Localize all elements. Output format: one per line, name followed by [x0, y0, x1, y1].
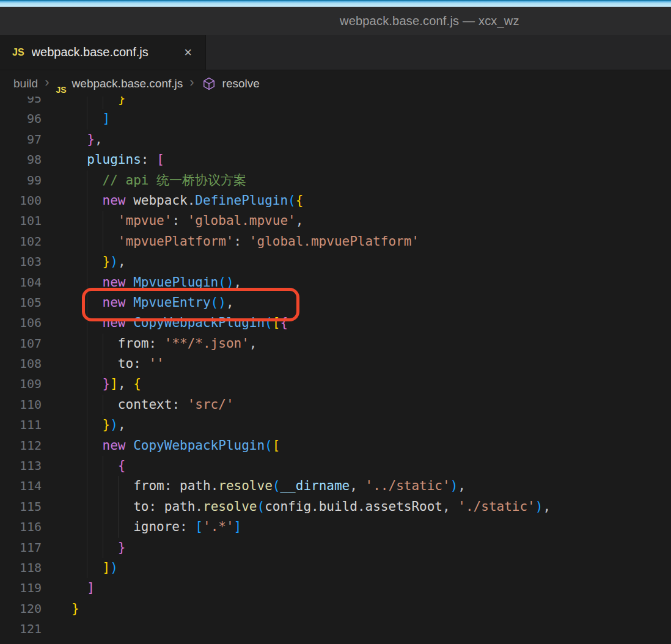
code-line[interactable]: 102 'mpvuePlatform': 'global.mpvuePlatfo…: [0, 232, 671, 252]
code-text[interactable]: to: '': [72, 354, 164, 374]
code-text[interactable]: context: 'src/': [72, 395, 234, 415]
code-text[interactable]: from: '**/*.json',: [72, 334, 257, 354]
code-line[interactable]: 108 to: '': [0, 354, 671, 374]
code-text[interactable]: ignore: ['.*']: [72, 517, 241, 537]
line-number[interactable]: 113: [0, 456, 42, 476]
line-number[interactable]: 118: [0, 558, 42, 578]
code-line[interactable]: 110 context: 'src/': [0, 395, 671, 415]
code-line[interactable]: 111 }),: [0, 415, 671, 435]
code-text[interactable]: new CopyWebpackPlugin([: [72, 436, 280, 456]
code-text[interactable]: }: [72, 599, 79, 619]
code-token: ,: [118, 376, 126, 391]
line-number[interactable]: 115: [0, 497, 42, 517]
code-line[interactable]: 115 to: path.resolve(config.build.assets…: [0, 497, 671, 517]
line-number[interactable]: 103: [0, 252, 42, 272]
line-number[interactable]: 108: [0, 354, 42, 374]
code-line[interactable]: 107 from: '**/*.json',: [0, 334, 671, 354]
code-text[interactable]: 'mpvuePlatform': 'global.mpvuePlatform': [72, 232, 419, 252]
code-line[interactable]: 96 ]: [0, 109, 671, 129]
code-text[interactable]: // api 统一桥协议方案: [72, 170, 246, 191]
code-token: (: [211, 295, 219, 310]
line-number[interactable]: 120: [0, 599, 42, 619]
line-number[interactable]: 114: [0, 476, 42, 496]
line-number[interactable]: 110: [0, 395, 42, 415]
code-line[interactable]: 121: [0, 619, 671, 639]
code-line[interactable]: 113 {: [0, 456, 671, 476]
indent-guide: [87, 191, 87, 211]
code-text[interactable]: new MpvueEntry(),: [72, 293, 234, 313]
line-number[interactable]: 102: [0, 232, 42, 252]
line-number[interactable]: 99: [0, 170, 42, 191]
tab-webpack-base-conf[interactable]: JS webpack.base.conf.js ×: [0, 35, 206, 70]
code-text[interactable]: }: [72, 538, 126, 558]
line-number[interactable]: 111: [0, 415, 42, 435]
code-text[interactable]: ]: [72, 109, 110, 129]
code-text[interactable]: plugins: [: [72, 150, 164, 170]
code-text[interactable]: 'mpvue': 'global.mpvue',: [72, 211, 303, 231]
code-line[interactable]: 118 ]): [0, 558, 671, 578]
code-token: ]: [103, 111, 111, 126]
close-icon[interactable]: ×: [182, 45, 194, 60]
line-number[interactable]: 106: [0, 313, 42, 333]
tab-label: webpack.base.conf.js: [32, 45, 175, 59]
code-text[interactable]: }),: [72, 415, 126, 435]
breadcrumb-item-file[interactable]: webpack.base.conf.js: [72, 77, 183, 90]
line-number[interactable]: 116: [0, 517, 42, 537]
code-line[interactable]: 120}: [0, 599, 671, 619]
code-token: ignore: [133, 519, 180, 534]
code-line[interactable]: 103 }),: [0, 252, 671, 272]
code-text[interactable]: }),: [72, 252, 126, 272]
line-number[interactable]: 107: [0, 334, 42, 354]
code-line[interactable]: 97 },: [0, 130, 671, 150]
line-number[interactable]: 104: [0, 273, 42, 293]
code-text[interactable]: new CopyWebpackPlugin([{: [72, 313, 288, 333]
code-line[interactable]: 100 new webpack.DefinePlugin({: [0, 191, 671, 211]
code-token: [180, 213, 188, 228]
code-line[interactable]: 106 new CopyWebpackPlugin([{: [0, 313, 671, 333]
code-line[interactable]: 119 ]: [0, 578, 671, 598]
indent-guide: [103, 497, 103, 517]
code-line[interactable]: 114 from: path.resolve(__dirname, '../st…: [0, 476, 671, 496]
line-number[interactable]: 112: [0, 436, 42, 456]
breadcrumb-item-symbol[interactable]: resolve: [222, 77, 260, 90]
code-text[interactable]: {: [72, 456, 126, 476]
breadcrumb-item-build[interactable]: build: [13, 77, 38, 90]
code-line[interactable]: 116 ignore: ['.*']: [0, 517, 671, 537]
code-line[interactable]: 98 plugins: [: [0, 150, 671, 170]
code-line[interactable]: 99 // api 统一桥协议方案: [0, 170, 671, 191]
line-number[interactable]: 121: [0, 619, 42, 639]
code-text[interactable]: ]): [72, 558, 118, 578]
code-text[interactable]: new MpvuePlugin(),: [72, 273, 241, 293]
code-line[interactable]: 101 'mpvue': 'global.mpvue',: [0, 211, 671, 231]
code-line[interactable]: 109 }], {: [0, 374, 671, 394]
line-number[interactable]: 105: [0, 293, 42, 313]
line-number[interactable]: 96: [0, 109, 42, 129]
code-token: ,: [118, 417, 126, 432]
code-text[interactable]: ]: [72, 578, 95, 598]
code-line[interactable]: 117 }: [0, 538, 671, 558]
line-number[interactable]: 117: [0, 538, 42, 558]
indent-guide: [103, 517, 103, 537]
code-text[interactable]: }: [72, 97, 126, 109]
code-line[interactable]: 112 new CopyWebpackPlugin([: [0, 436, 671, 456]
code-line[interactable]: 105 new MpvueEntry(),: [0, 293, 671, 313]
tab-bar: JS webpack.base.conf.js ×: [0, 35, 671, 70]
code-text[interactable]: }], {: [72, 374, 141, 394]
code-token: [72, 336, 118, 351]
line-number[interactable]: 101: [0, 211, 42, 231]
code-line[interactable]: 104 new MpvuePlugin(),: [0, 273, 671, 293]
code-text[interactable]: to: path.resolve(config.build.assetsRoot…: [72, 497, 551, 517]
code-text[interactable]: from: path.resolve(__dirname, '../static…: [72, 476, 466, 496]
code-line[interactable]: 95 }: [0, 97, 671, 109]
line-number[interactable]: 100: [0, 191, 42, 211]
code-editor[interactable]: 95 }96 ]97 },98 plugins: [99 // api 统一桥协…: [0, 97, 671, 644]
code-text[interactable]: },: [72, 130, 103, 150]
chevron-right-icon: ›: [43, 76, 50, 92]
line-number[interactable]: 95: [0, 97, 42, 109]
code-token: [72, 397, 118, 412]
line-number[interactable]: 98: [0, 150, 42, 170]
code-text[interactable]: new webpack.DefinePlugin({: [72, 191, 303, 211]
line-number[interactable]: 109: [0, 374, 42, 394]
line-number[interactable]: 119: [0, 578, 42, 598]
line-number[interactable]: 97: [0, 130, 42, 150]
